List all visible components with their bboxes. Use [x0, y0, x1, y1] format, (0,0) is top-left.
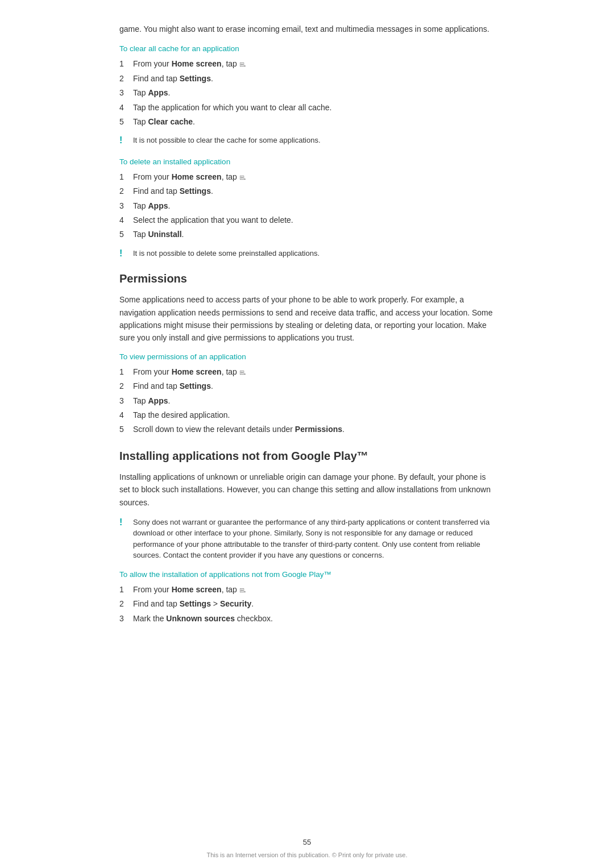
step-content: Tap Apps.: [133, 86, 495, 99]
step-number: 3: [119, 86, 133, 99]
step-number: 2: [119, 597, 133, 610]
step-number: 2: [119, 380, 133, 392]
delete-app-heading: To delete an installed application: [119, 157, 495, 166]
step-number: 3: [119, 612, 133, 625]
delete-app-steps: 1 From your Home screen, tap ⊞. 2 Find a…: [119, 171, 495, 241]
step-content: Find and tap Settings > Security.: [133, 597, 495, 610]
installing-heading: Installing applications not from Google …: [119, 450, 495, 464]
page-number: 55: [9, 838, 605, 846]
installing-body: Installing applications of unknown or un…: [119, 471, 495, 509]
delete-app-note: ! It is not possible to delete some prei…: [119, 248, 495, 259]
page-footer: 55 This is an Internet version of this p…: [0, 829, 614, 868]
list-item: 1 From your Home screen, tap ⊞.: [119, 366, 495, 378]
list-item: 5 Scroll down to view the relevant detai…: [119, 423, 495, 435]
list-item: 1 From your Home screen, tap ⊞.: [119, 171, 495, 183]
step-number: 1: [119, 171, 133, 183]
list-item: 5 Tap Clear cache.: [119, 115, 495, 128]
step-content: Tap the desired application.: [133, 409, 495, 421]
note-icon: !: [119, 135, 133, 146]
step-number: 1: [119, 57, 133, 70]
step-number: 5: [119, 228, 133, 240]
permissions-heading: Permissions: [119, 272, 495, 286]
list-item: 4 Tap the desired application.: [119, 409, 495, 421]
list-item: 2 Find and tap Settings.: [119, 72, 495, 85]
list-item: 5 Tap Uninstall.: [119, 228, 495, 240]
permissions-body: Some applications need to access parts o…: [119, 293, 495, 344]
list-item: 1 From your Home screen, tap ⊞.: [119, 583, 495, 596]
step-number: 2: [119, 185, 133, 197]
installing-section: Installing applications not from Google …: [119, 450, 495, 625]
step-number: 4: [119, 101, 133, 114]
step-content: Mark the Unknown sources checkbox.: [133, 612, 495, 625]
step-number: 5: [119, 115, 133, 128]
view-permissions-heading: To view permissions of an application: [119, 352, 495, 361]
step-content: Scroll down to view the relevant details…: [133, 423, 495, 435]
note-text: It is not possible to delete some preins…: [133, 248, 320, 259]
note-icon: !: [119, 517, 133, 528]
list-item: 3 Tap Apps.: [119, 200, 495, 212]
step-number: 2: [119, 72, 133, 85]
step-number: 4: [119, 409, 133, 421]
list-item: 2 Find and tap Settings.: [119, 185, 495, 197]
step-content: From your Home screen, tap ⊞.: [133, 57, 495, 70]
allow-install-heading: To allow the installation of application…: [119, 570, 495, 579]
step-number: 3: [119, 394, 133, 407]
list-item: 4 Select the application that you want t…: [119, 214, 495, 226]
clear-cache-heading: To clear all cache for an application: [119, 44, 495, 53]
step-number: 3: [119, 200, 133, 212]
note-text: Sony does not warrant or guarantee the p…: [133, 517, 495, 561]
note-text: It is not possible to clear the cache fo…: [133, 135, 321, 146]
step-content: Tap Uninstall.: [133, 228, 495, 240]
step-content: From your Home screen, tap ⊞.: [133, 366, 495, 378]
step-content: Find and tap Settings.: [133, 72, 495, 85]
permissions-section: Permissions Some applications need to ac…: [119, 272, 495, 436]
clear-cache-section: To clear all cache for an application 1 …: [119, 44, 495, 146]
list-item: 3 Mark the Unknown sources checkbox.: [119, 612, 495, 625]
step-number: 1: [119, 583, 133, 596]
list-item: 1 From your Home screen, tap ⊞.: [119, 57, 495, 70]
step-content: Tap Apps.: [133, 200, 495, 212]
step-number: 5: [119, 423, 133, 435]
step-content: From your Home screen, tap ⊞.: [133, 171, 495, 183]
installing-note-row: ! Sony does not warrant or guarantee the…: [119, 517, 495, 561]
view-permissions-steps: 1 From your Home screen, tap ⊞. 2 Find a…: [119, 366, 495, 436]
step-content: Find and tap Settings.: [133, 380, 495, 392]
footer-legal: This is an Internet version of this publ…: [207, 852, 408, 858]
step-content: Tap Clear cache.: [133, 115, 495, 128]
step-content: From your Home screen, tap ⊞.: [133, 583, 495, 596]
step-content: Tap the application for which you want t…: [133, 101, 495, 114]
step-content: Select the application that you want to …: [133, 214, 495, 226]
step-number: 4: [119, 214, 133, 226]
step-content: Find and tap Settings.: [133, 185, 495, 197]
list-item: 2 Find and tap Settings.: [119, 380, 495, 392]
clear-cache-steps: 1 From your Home screen, tap ⊞. 2 Find a…: [119, 57, 495, 128]
list-item: 3 Tap Apps.: [119, 86, 495, 99]
list-item: 4 Tap the application for which you want…: [119, 101, 495, 114]
intro-text: game. You might also want to erase incom…: [119, 23, 495, 35]
allow-install-steps: 1 From your Home screen, tap ⊞. 2 Find a…: [119, 583, 495, 625]
note-icon: !: [119, 248, 133, 259]
clear-cache-note: ! It is not possible to clear the cache …: [119, 135, 495, 146]
list-item: 2 Find and tap Settings > Security.: [119, 597, 495, 610]
list-item: 3 Tap Apps.: [119, 394, 495, 407]
delete-app-section: To delete an installed application 1 Fro…: [119, 157, 495, 259]
step-content: Tap Apps.: [133, 394, 495, 407]
step-number: 1: [119, 366, 133, 378]
